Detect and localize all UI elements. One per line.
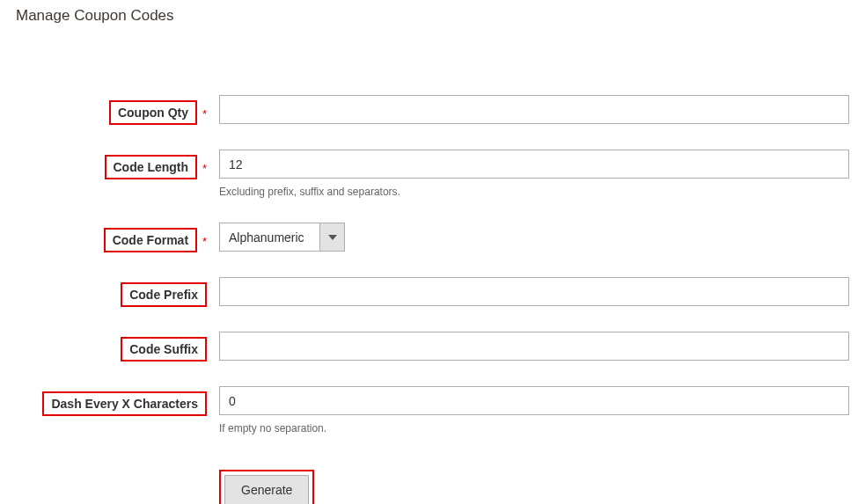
input-code-suffix[interactable] xyxy=(219,332,849,361)
label-coupon-qty: Coupon Qty xyxy=(109,100,197,125)
row-coupon-qty: Coupon Qty * xyxy=(7,95,851,125)
row-code-length: Code Length * Excluding prefix, suffix a… xyxy=(7,150,851,198)
row-code-suffix: Code Suffix xyxy=(7,332,851,362)
label-col: Code Suffix xyxy=(7,332,212,362)
select-value: Alphanumeric xyxy=(220,223,319,251)
row-code-format: Code Format * Alphanumeric xyxy=(7,223,851,252)
required-star-icon: * xyxy=(202,107,207,121)
generate-button-highlight: Generate xyxy=(219,470,314,504)
button-col: Generate xyxy=(219,470,314,504)
label-col: Dash Every X Characters xyxy=(7,386,212,416)
label-code-format: Code Format xyxy=(104,228,197,252)
label-dash-every: Dash Every X Characters xyxy=(42,391,207,416)
input-code-prefix[interactable] xyxy=(219,277,849,306)
label-col: Coupon Qty * xyxy=(7,95,212,125)
button-row: Generate xyxy=(7,470,851,504)
required-star-icon: * xyxy=(202,235,207,248)
row-code-prefix: Code Prefix xyxy=(7,277,851,307)
input-coupon-qty[interactable] xyxy=(219,95,849,124)
label-col: Code Length * xyxy=(7,150,212,179)
input-code-length[interactable] xyxy=(219,150,849,179)
input-col xyxy=(219,332,849,361)
label-code-length: Code Length xyxy=(105,155,198,179)
coupon-form: Coupon Qty * Code Length * Excluding pre… xyxy=(7,95,851,504)
label-col: Code Format * xyxy=(7,223,212,252)
label-code-prefix: Code Prefix xyxy=(121,282,207,307)
helper-code-length: Excluding prefix, suffix and separators. xyxy=(219,186,849,198)
input-dash-every[interactable] xyxy=(219,386,849,415)
label-col: Code Prefix xyxy=(7,277,212,307)
row-dash-every: Dash Every X Characters If empty no sepa… xyxy=(7,386,851,435)
label-code-suffix: Code Suffix xyxy=(121,337,207,362)
select-code-format[interactable]: Alphanumeric xyxy=(219,223,345,252)
input-col: Alphanumeric xyxy=(219,223,849,252)
input-col: Excluding prefix, suffix and separators. xyxy=(219,150,849,198)
input-col xyxy=(219,277,849,306)
chevron-down-icon xyxy=(319,223,344,251)
helper-dash-every: If empty no separation. xyxy=(219,422,849,435)
page-title: Manage Coupon Codes xyxy=(16,7,851,25)
required-star-icon: * xyxy=(202,162,207,175)
generate-button[interactable]: Generate xyxy=(224,475,309,504)
input-col: If empty no separation. xyxy=(219,386,849,435)
input-col xyxy=(219,95,849,124)
